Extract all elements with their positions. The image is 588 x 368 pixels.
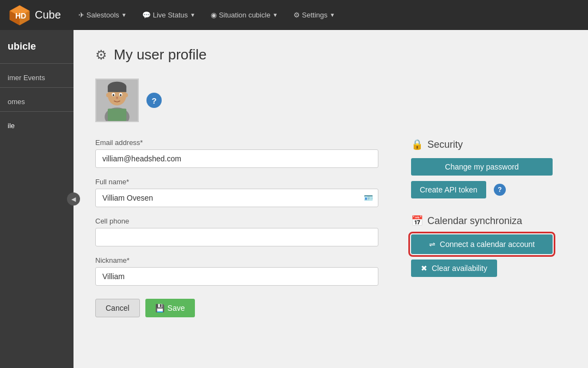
cubicle-icon: ◉ (211, 11, 217, 19)
change-password-button[interactable]: Change my password (411, 158, 553, 176)
main-nav: ✈ Salestools ▼ 💬 Live Status ▼ ◉ Situati… (72, 8, 342, 22)
svg-rect-10 (108, 108, 126, 121)
fullname-form-group: Full name* 🪪 (95, 178, 378, 207)
fullname-label: Full name* (95, 178, 378, 186)
form-column: Email address* Full name* 🪪 Cell phone N… (95, 138, 378, 317)
nickname-label: Nickname* (95, 256, 378, 264)
two-column-layout: Email address* Full name* 🪪 Cell phone N… (95, 138, 566, 317)
id-card-icon: 🪪 (364, 194, 373, 202)
cancel-button[interactable]: Cancel (95, 299, 140, 317)
fullname-field[interactable] (95, 189, 378, 207)
email-form-group: Email address* (95, 138, 378, 168)
svg-point-17 (125, 93, 128, 98)
sidebar-divider (0, 63, 74, 64)
sidebar-title: ubicle (0, 35, 74, 63)
app-title: Cube (35, 9, 61, 21)
form-actions: Cancel 💾 Save (95, 299, 378, 317)
nav-settings[interactable]: ⚙ Settings ▼ (287, 8, 342, 22)
lock-icon: 🔒 (411, 138, 423, 150)
save-button[interactable]: 💾 Save (145, 299, 195, 317)
svg-rect-8 (108, 87, 126, 92)
svg-point-14 (120, 94, 121, 96)
calendar-section: 📅 Calendar synchroniza ⇌ Connect a calen… (411, 215, 553, 277)
cellphone-field[interactable] (95, 228, 378, 246)
nickname-form-group: Nickname* (95, 256, 378, 286)
svg-point-13 (113, 94, 114, 96)
security-section: 🔒 Security Change my password Create API… (411, 138, 553, 198)
side-column: 🔒 Security Change my password Create API… (411, 138, 553, 317)
nav-situation[interactable]: ◉ Situation cubicle ▼ (204, 8, 285, 22)
logo-area: HD Cube (9, 4, 61, 26)
photo-help-button[interactable]: ? (146, 93, 162, 108)
chevron-down-icon: ▼ (190, 12, 195, 18)
sidebar: ubicle imer Events omes ile ◀ (0, 30, 74, 368)
connect-calendar-button[interactable]: ⇌ Connect a calendar account (411, 234, 553, 254)
page-header: ⚙ My user profile (95, 46, 566, 63)
api-token-help-button[interactable]: ? (494, 184, 506, 196)
svg-text:HD: HD (15, 11, 26, 20)
svg-point-15 (116, 96, 118, 99)
sidebar-item-profile[interactable]: ile (0, 116, 74, 135)
content-area: ⚙ My user profile (74, 30, 588, 368)
create-api-token-button[interactable]: Create API token (411, 181, 486, 198)
nickname-field[interactable] (95, 267, 378, 286)
logo-icon: HD (9, 4, 30, 26)
salestools-icon: ✈ (78, 11, 84, 19)
profile-photo-area: ? (95, 79, 566, 122)
clear-availability-button[interactable]: ✖ Clear availability (411, 260, 497, 277)
clear-icon: ✖ (421, 264, 427, 273)
email-field[interactable] (95, 149, 378, 168)
calendar-icon: 📅 (411, 215, 423, 227)
sidebar-collapse-button[interactable]: ◀ (67, 192, 80, 206)
main-layout: ubicle imer Events omes ile ◀ ⚙ My user … (0, 30, 588, 368)
svg-point-16 (106, 93, 109, 98)
gear-icon: ⚙ (293, 11, 300, 19)
cellphone-label: Cell phone (95, 217, 378, 225)
sidebar-divider-3 (0, 111, 74, 112)
chat-icon: 💬 (142, 11, 151, 19)
security-title: 🔒 Security (411, 138, 553, 150)
sidebar-item-customer-events[interactable]: imer Events (0, 68, 74, 87)
fullname-input-wrapper: 🪪 (95, 189, 378, 207)
cellphone-form-group: Cell phone (95, 217, 378, 246)
calendar-title: 📅 Calendar synchroniza (411, 215, 553, 227)
email-label: Email address* (95, 138, 378, 147)
sidebar-divider-2 (0, 87, 74, 88)
avatar (96, 79, 138, 122)
chevron-down-icon: ▼ (330, 12, 335, 18)
profile-settings-icon: ⚙ (95, 47, 107, 63)
nav-salestools[interactable]: ✈ Salestools ▼ (72, 8, 133, 22)
page-title: My user profile (114, 46, 207, 63)
connect-icon: ⇌ (429, 240, 436, 249)
sidebar-item-homes[interactable]: omes (0, 92, 74, 111)
api-token-row: Create API token ? (411, 181, 553, 198)
save-icon: 💾 (155, 304, 164, 312)
navbar: HD Cube ✈ Salestools ▼ 💬 Live Status ▼ ◉… (0, 0, 588, 30)
chevron-down-icon: ▼ (273, 12, 278, 18)
chevron-down-icon: ▼ (121, 12, 127, 18)
nav-livestatus[interactable]: 💬 Live Status ▼ (136, 8, 202, 22)
profile-photo[interactable] (95, 79, 139, 122)
